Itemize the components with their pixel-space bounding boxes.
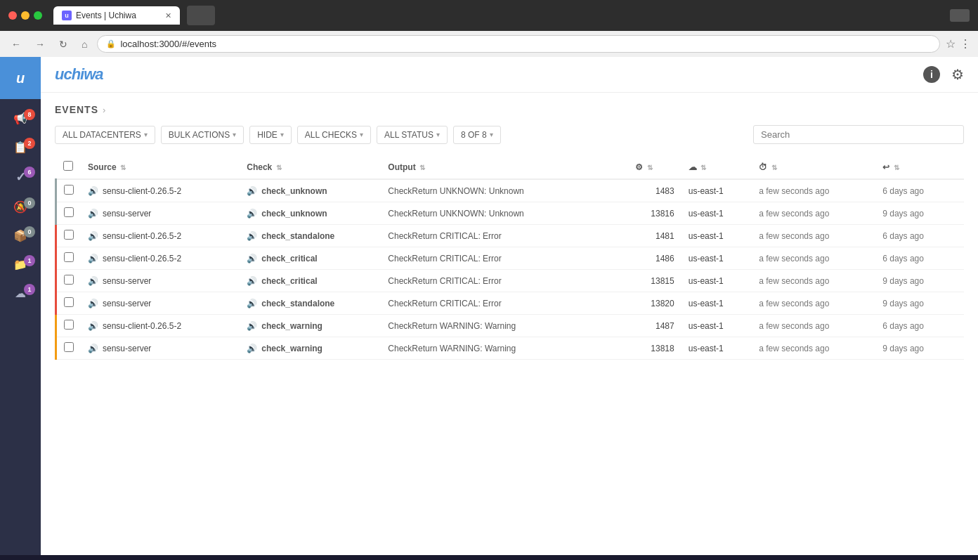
back-button[interactable]: ←: [7, 37, 25, 51]
sidebar: u 📢 8 📋 2 ✓ 6 🔕 0 📦 0: [0, 57, 41, 555]
number-cell: 1486: [628, 247, 681, 270]
check-sound-icon: 🔊: [247, 231, 257, 241]
checks-dropdown[interactable]: ALL CHECKS ▾: [297, 126, 371, 144]
table-row: 🔊 sensu-client-0.26.5-2 🔊 check_standalo…: [56, 225, 965, 247]
maximize-dot[interactable]: [34, 11, 42, 20]
bookmark-icon[interactable]: ☆: [946, 37, 956, 51]
bulk-actions-dropdown[interactable]: BULK ACTIONS ▾: [161, 126, 244, 144]
browser-tab[interactable]: u Events | Uchiwa ✕: [53, 6, 180, 25]
table-body: 🔊 sensu-client-0.26.5-2 🔊 check_unknown …: [56, 179, 965, 360]
source-value: sensu-server: [103, 299, 151, 308]
sidebar-item-silence[interactable]: 🔕 0: [0, 193, 41, 221]
table-row: 🔊 sensu-server 🔊 check_critical CheckRet…: [56, 270, 965, 292]
datacenters-caret: ▾: [144, 131, 148, 138]
source-cell: 🔊 sensu-client-0.26.5-2: [81, 315, 240, 337]
address-bar[interactable]: 🔒 localhost:3000/#/events: [97, 35, 940, 53]
source-value: sensu-server: [103, 209, 151, 219]
tab-title: Events | Uchiwa: [76, 11, 136, 20]
source-cell: 🔊 sensu-client-0.26.5-2: [81, 179, 240, 202]
check-value: check_unknown: [261, 209, 327, 219]
sidebar-item-checks[interactable]: ✓ 6: [0, 162, 41, 192]
number-cell: 13820: [628, 292, 681, 315]
hide-dropdown[interactable]: HIDE ▾: [249, 126, 292, 144]
header-number[interactable]: ⚙ ⇅: [628, 155, 681, 179]
row-checkbox[interactable]: [64, 230, 74, 240]
header-time1[interactable]: ⏱ ⇅: [752, 155, 875, 179]
time2-icon: ↩: [882, 162, 889, 172]
header-source[interactable]: Source ⇅: [81, 155, 240, 179]
output-cell: CheckReturn WARNING: Warning: [381, 315, 628, 337]
table-header-row: Source ⇅ Check ⇅ Output ⇅ ⚙ ⇅ ☁ ⇅: [56, 155, 965, 179]
header-select-all[interactable]: [56, 155, 82, 179]
uchiwa-wordmark: uchiwa: [55, 65, 103, 84]
output-cell: CheckReturn CRITICAL: Error: [381, 247, 628, 270]
datacenter-icon: ☁: [689, 162, 697, 172]
table-row: 🔊 sensu-server 🔊 check_warning CheckRetu…: [56, 337, 965, 360]
row-checkbox[interactable]: [64, 275, 74, 285]
row-checkbox[interactable]: [64, 297, 74, 307]
time2-cell: 6 days ago: [875, 247, 964, 270]
output-cell: CheckReturn UNKNOWN: Unknown: [381, 202, 628, 225]
header-datacenter[interactable]: ☁ ⇅: [682, 155, 752, 179]
sound-icon: 🔊: [88, 231, 98, 241]
check-sound-icon: 🔊: [247, 254, 257, 263]
row-checkbox[interactable]: [64, 320, 74, 330]
time2-cell: 6 days ago: [875, 315, 964, 337]
forward-button[interactable]: →: [31, 37, 49, 51]
row-checkbox-cell: [56, 247, 82, 270]
count-label: 8 OF 8: [461, 130, 487, 140]
settings-button[interactable]: ⚙: [951, 66, 964, 83]
count-dropdown[interactable]: 8 OF 8 ▾: [453, 126, 501, 144]
time1-cell: a few seconds ago: [752, 270, 875, 292]
close-dot[interactable]: [8, 11, 17, 20]
new-tab-area[interactable]: [187, 6, 215, 25]
page-content: EVENTS › ALL DATACENTERS ▾ BULK ACTIONS …: [41, 93, 978, 555]
row-checkbox[interactable]: [64, 207, 74, 217]
sidebar-logo: u: [0, 57, 41, 99]
page-title-row: EVENTS ›: [55, 104, 964, 115]
header-time2[interactable]: ↩ ⇅: [875, 155, 964, 179]
header-check[interactable]: Check ⇅: [240, 155, 381, 179]
check-cell: 🔊 check_warning: [240, 337, 381, 360]
sound-icon: 🔊: [88, 254, 98, 263]
datacenters-dropdown[interactable]: ALL DATACENTERS ▾: [55, 126, 155, 144]
status-dropdown[interactable]: ALL STATUS ▾: [377, 126, 448, 144]
sidebar-item-files[interactable]: 📁 1: [0, 251, 41, 278]
sidebar-item-aggregates[interactable]: 📦 0: [0, 222, 41, 249]
sidebar-item-events[interactable]: 📢 8: [0, 105, 41, 132]
search-input[interactable]: [753, 125, 964, 144]
row-checkbox[interactable]: [64, 252, 74, 262]
select-all-checkbox[interactable]: [63, 161, 73, 171]
home-button[interactable]: ⌂: [77, 37, 91, 51]
check-value: check_unknown: [261, 186, 327, 196]
row-checkbox[interactable]: [64, 342, 74, 352]
header-output[interactable]: Output ⇅: [381, 155, 628, 179]
time2-cell: 9 days ago: [875, 292, 964, 315]
number-cell: 1481: [628, 225, 681, 247]
search-box: [753, 125, 964, 144]
checks-label: ALL CHECKS: [305, 130, 357, 140]
time2-cell: 9 days ago: [875, 270, 964, 292]
check-value: check_standalone: [261, 299, 334, 308]
hide-label: HIDE: [257, 130, 278, 140]
output-cell: CheckReturn CRITICAL: Error: [381, 270, 628, 292]
browser-menu-dots[interactable]: ⋮: [960, 37, 971, 51]
count-caret: ▾: [490, 131, 493, 138]
row-checkbox[interactable]: [64, 185, 74, 195]
output-cell: CheckReturn CRITICAL: Error: [381, 292, 628, 315]
sidebar-item-clients[interactable]: 📋 2: [0, 134, 41, 161]
row-checkbox-cell: [56, 337, 82, 360]
output-sort-icon: ⇅: [419, 164, 425, 171]
datacenter-cell: us-east-1: [682, 337, 752, 360]
sidebar-item-cloud[interactable]: ☁ 1: [0, 280, 41, 307]
refresh-button[interactable]: ↻: [55, 37, 72, 51]
info-button[interactable]: i: [923, 66, 940, 83]
output-cell: CheckReturn UNKNOWN: Unknown: [381, 179, 628, 202]
number-cell: 1487: [628, 315, 681, 337]
datacenter-cell: us-east-1: [682, 225, 752, 247]
check-sound-icon: 🔊: [247, 344, 257, 353]
header-actions: i ⚙: [923, 66, 964, 83]
tab-close-button[interactable]: ✕: [165, 11, 171, 20]
minimize-dot[interactable]: [21, 11, 30, 20]
bulk-actions-caret: ▾: [233, 131, 236, 138]
